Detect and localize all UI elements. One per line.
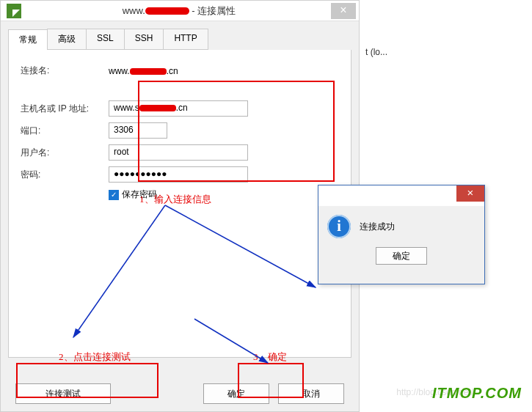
dialog-ok-button[interactable]: 确定 bbox=[376, 247, 427, 265]
dialog-close-button[interactable]: × bbox=[456, 185, 484, 202]
window-title: www. - 连接属性 bbox=[27, 4, 331, 18]
background-text: t (lo... bbox=[365, 47, 387, 57]
tab-ssl[interactable]: SSL bbox=[86, 29, 125, 50]
annotation-box-2 bbox=[16, 363, 158, 398]
window-close-button[interactable]: × bbox=[331, 3, 356, 19]
success-dialog: × 连接成功 确定 bbox=[318, 185, 485, 284]
info-icon bbox=[327, 215, 351, 238]
annotation-label-2: 2、点击连接测试 bbox=[59, 350, 131, 364]
port-label: 端口: bbox=[21, 125, 109, 137]
dialog-message: 连接成功 bbox=[360, 221, 395, 233]
dialog-titlebar: × bbox=[318, 185, 484, 206]
connection-properties-window: www. - 连接属性 × 常规 高级 SSL SSH HTTP 连接名: ww… bbox=[0, 0, 360, 412]
username-label: 用户名: bbox=[21, 147, 109, 159]
host-label: 主机名或 IP 地址: bbox=[21, 103, 109, 115]
titlebar: www. - 连接属性 × bbox=[1, 1, 359, 21]
annotation-box-3 bbox=[238, 363, 304, 398]
annotation-box-1 bbox=[138, 81, 335, 182]
conn-name-label: 连接名: bbox=[21, 65, 109, 77]
tab-ssh[interactable]: SSH bbox=[124, 29, 164, 50]
app-icon bbox=[7, 4, 21, 18]
tab-advanced[interactable]: 高级 bbox=[47, 29, 87, 50]
tab-bar: 常规 高级 SSL SSH HTTP bbox=[8, 29, 351, 50]
save-password-checkbox[interactable]: ✓ bbox=[109, 190, 119, 200]
redacted-text bbox=[145, 7, 189, 15]
redacted-text bbox=[130, 68, 167, 75]
tab-http[interactable]: HTTP bbox=[163, 29, 208, 50]
password-label: 密码: bbox=[21, 169, 109, 181]
itmop-watermark: ITMOP.COM bbox=[432, 385, 522, 402]
annotation-label-1: 1、输入连接信息 bbox=[139, 193, 211, 206]
conn-name-value[interactable]: www..cn bbox=[109, 66, 178, 76]
annotation-label-3: 3、确定 bbox=[253, 350, 287, 364]
tab-general[interactable]: 常规 bbox=[8, 29, 48, 51]
